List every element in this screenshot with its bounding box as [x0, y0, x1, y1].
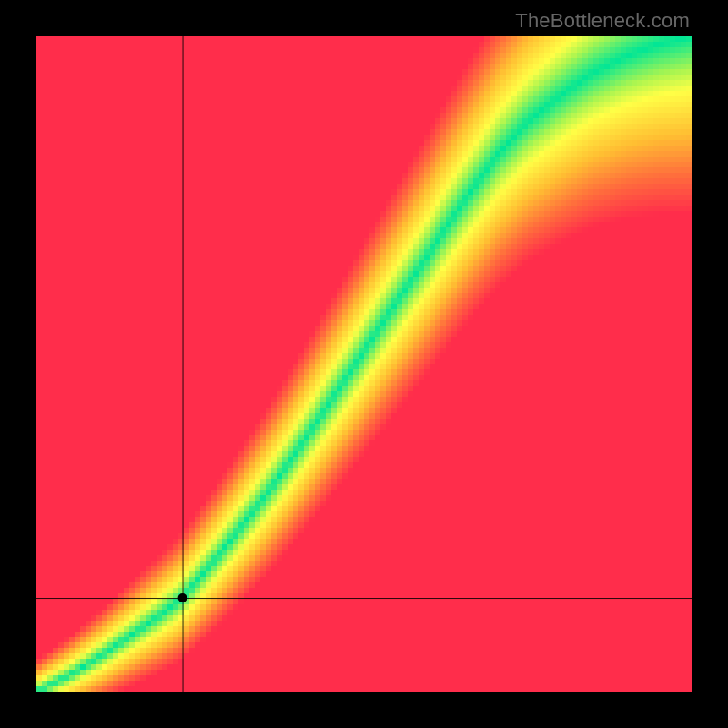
bottleneck-heatmap [36, 36, 692, 692]
plot-area [36, 36, 692, 692]
watermark-label: TheBottleneck.com [515, 9, 690, 33]
chart-frame: TheBottleneck.com [0, 0, 728, 728]
